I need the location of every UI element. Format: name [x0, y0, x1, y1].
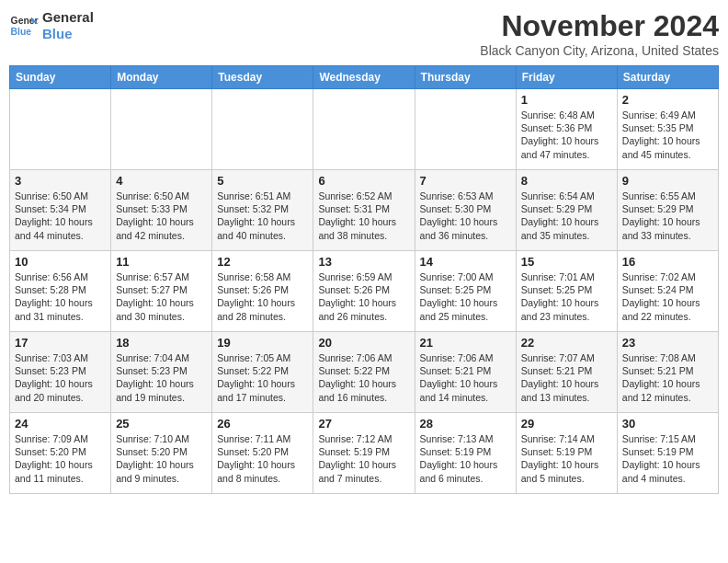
day-info: Sunrise: 7:05 AM Sunset: 5:22 PM Dayligh…	[217, 351, 308, 404]
day-info: Sunrise: 7:06 AM Sunset: 5:22 PM Dayligh…	[318, 351, 409, 404]
calendar-cell: 28Sunrise: 7:13 AM Sunset: 5:19 PM Dayli…	[415, 413, 516, 494]
calendar-week-row: 3Sunrise: 6:50 AM Sunset: 5:34 PM Daylig…	[10, 170, 719, 251]
day-info: Sunrise: 7:10 AM Sunset: 5:20 PM Dayligh…	[116, 432, 207, 485]
day-info: Sunrise: 7:01 AM Sunset: 5:25 PM Dayligh…	[521, 270, 612, 323]
calendar-cell	[212, 89, 313, 170]
day-info: Sunrise: 7:03 AM Sunset: 5:23 PM Dayligh…	[15, 351, 106, 404]
calendar-cell: 30Sunrise: 7:15 AM Sunset: 5:19 PM Dayli…	[617, 413, 718, 494]
day-info: Sunrise: 7:11 AM Sunset: 5:20 PM Dayligh…	[217, 432, 308, 485]
calendar-week-row: 10Sunrise: 6:56 AM Sunset: 5:28 PM Dayli…	[10, 251, 719, 332]
day-number: 15	[521, 255, 612, 269]
day-info: Sunrise: 7:12 AM Sunset: 5:19 PM Dayligh…	[318, 432, 409, 485]
day-number: 28	[420, 417, 511, 431]
day-info: Sunrise: 7:09 AM Sunset: 5:20 PM Dayligh…	[15, 432, 106, 485]
calendar-header-cell: Saturday	[617, 66, 718, 89]
day-info: Sunrise: 6:54 AM Sunset: 5:29 PM Dayligh…	[521, 190, 612, 242]
day-info: Sunrise: 7:02 AM Sunset: 5:24 PM Dayligh…	[622, 270, 713, 323]
day-number: 26	[217, 417, 308, 431]
calendar-cell: 11Sunrise: 6:57 AM Sunset: 5:27 PM Dayli…	[111, 251, 212, 332]
calendar-header-cell: Thursday	[415, 66, 516, 89]
calendar-cell: 24Sunrise: 7:09 AM Sunset: 5:20 PM Dayli…	[10, 413, 111, 494]
day-number: 22	[521, 336, 612, 350]
svg-text:Blue: Blue	[11, 27, 32, 37]
day-number: 5	[217, 174, 308, 188]
logo-line2: Blue	[42, 26, 94, 42]
day-number: 25	[116, 417, 207, 431]
calendar-header-cell: Wednesday	[313, 66, 415, 89]
day-number: 23	[622, 336, 713, 350]
day-number: 11	[116, 255, 207, 269]
day-info: Sunrise: 6:58 AM Sunset: 5:26 PM Dayligh…	[217, 270, 308, 323]
calendar-cell: 20Sunrise: 7:06 AM Sunset: 5:22 PM Dayli…	[313, 332, 415, 413]
day-number: 27	[318, 417, 409, 431]
day-number: 12	[217, 255, 308, 269]
day-info: Sunrise: 7:04 AM Sunset: 5:23 PM Dayligh…	[116, 351, 207, 404]
calendar-week-row: 1Sunrise: 6:48 AM Sunset: 5:36 PM Daylig…	[10, 89, 719, 170]
calendar-cell	[10, 89, 111, 170]
day-info: Sunrise: 7:00 AM Sunset: 5:25 PM Dayligh…	[420, 270, 511, 323]
calendar-cell: 16Sunrise: 7:02 AM Sunset: 5:24 PM Dayli…	[617, 251, 718, 332]
calendar-week-row: 17Sunrise: 7:03 AM Sunset: 5:23 PM Dayli…	[10, 332, 719, 413]
page-header: General Blue General Blue November 2024 …	[9, 9, 719, 58]
calendar: SundayMondayTuesdayWednesdayThursdayFrid…	[9, 65, 719, 494]
day-number: 3	[15, 174, 106, 188]
calendar-cell	[415, 89, 516, 170]
calendar-cell: 18Sunrise: 7:04 AM Sunset: 5:23 PM Dayli…	[111, 332, 212, 413]
calendar-header-cell: Monday	[111, 66, 212, 89]
title-block: November 2024 Black Canyon City, Arizona…	[480, 9, 719, 58]
day-info: Sunrise: 7:14 AM Sunset: 5:19 PM Dayligh…	[521, 432, 612, 485]
day-number: 7	[420, 174, 511, 188]
calendar-cell: 22Sunrise: 7:07 AM Sunset: 5:21 PM Dayli…	[516, 332, 617, 413]
calendar-week-row: 24Sunrise: 7:09 AM Sunset: 5:20 PM Dayli…	[10, 413, 719, 494]
day-info: Sunrise: 7:06 AM Sunset: 5:21 PM Dayligh…	[420, 351, 511, 404]
day-info: Sunrise: 6:49 AM Sunset: 5:35 PM Dayligh…	[622, 109, 713, 161]
calendar-header-cell: Friday	[516, 66, 617, 89]
day-number: 20	[318, 336, 409, 350]
calendar-cell: 4Sunrise: 6:50 AM Sunset: 5:33 PM Daylig…	[111, 170, 212, 251]
calendar-cell: 15Sunrise: 7:01 AM Sunset: 5:25 PM Dayli…	[516, 251, 617, 332]
day-info: Sunrise: 7:07 AM Sunset: 5:21 PM Dayligh…	[521, 351, 612, 404]
calendar-header-row: SundayMondayTuesdayWednesdayThursdayFrid…	[10, 66, 719, 89]
month-title: November 2024	[480, 9, 719, 43]
day-info: Sunrise: 7:15 AM Sunset: 5:19 PM Dayligh…	[622, 432, 713, 485]
day-info: Sunrise: 6:50 AM Sunset: 5:33 PM Dayligh…	[116, 190, 207, 242]
location: Black Canyon City, Arizona, United State…	[480, 43, 719, 58]
day-number: 29	[521, 417, 612, 431]
calendar-cell: 7Sunrise: 6:53 AM Sunset: 5:30 PM Daylig…	[415, 170, 516, 251]
calendar-cell: 27Sunrise: 7:12 AM Sunset: 5:19 PM Dayli…	[313, 413, 415, 494]
calendar-cell: 25Sunrise: 7:10 AM Sunset: 5:20 PM Dayli…	[111, 413, 212, 494]
day-info: Sunrise: 6:59 AM Sunset: 5:26 PM Dayligh…	[318, 270, 409, 323]
day-number: 18	[116, 336, 207, 350]
calendar-cell: 3Sunrise: 6:50 AM Sunset: 5:34 PM Daylig…	[10, 170, 111, 251]
calendar-cell: 6Sunrise: 6:52 AM Sunset: 5:31 PM Daylig…	[313, 170, 415, 251]
day-number: 10	[15, 255, 106, 269]
calendar-header-cell: Sunday	[10, 66, 111, 89]
calendar-cell: 26Sunrise: 7:11 AM Sunset: 5:20 PM Dayli…	[212, 413, 313, 494]
calendar-cell: 5Sunrise: 6:51 AM Sunset: 5:32 PM Daylig…	[212, 170, 313, 251]
calendar-cell: 1Sunrise: 6:48 AM Sunset: 5:36 PM Daylig…	[516, 89, 617, 170]
calendar-cell: 19Sunrise: 7:05 AM Sunset: 5:22 PM Dayli…	[212, 332, 313, 413]
day-number: 13	[318, 255, 409, 269]
day-info: Sunrise: 6:55 AM Sunset: 5:29 PM Dayligh…	[622, 190, 713, 242]
calendar-cell: 13Sunrise: 6:59 AM Sunset: 5:26 PM Dayli…	[313, 251, 415, 332]
calendar-cell: 21Sunrise: 7:06 AM Sunset: 5:21 PM Dayli…	[415, 332, 516, 413]
calendar-cell: 23Sunrise: 7:08 AM Sunset: 5:21 PM Dayli…	[617, 332, 718, 413]
day-number: 19	[217, 336, 308, 350]
day-number: 6	[318, 174, 409, 188]
day-number: 2	[622, 93, 713, 107]
day-info: Sunrise: 6:51 AM Sunset: 5:32 PM Dayligh…	[217, 190, 308, 242]
day-info: Sunrise: 7:08 AM Sunset: 5:21 PM Dayligh…	[622, 351, 713, 404]
day-info: Sunrise: 6:50 AM Sunset: 5:34 PM Dayligh…	[15, 190, 106, 242]
calendar-cell: 29Sunrise: 7:14 AM Sunset: 5:19 PM Dayli…	[516, 413, 617, 494]
day-number: 1	[521, 93, 612, 107]
calendar-header-cell: Tuesday	[212, 66, 313, 89]
calendar-cell: 17Sunrise: 7:03 AM Sunset: 5:23 PM Dayli…	[10, 332, 111, 413]
calendar-cell: 9Sunrise: 6:55 AM Sunset: 5:29 PM Daylig…	[617, 170, 718, 251]
day-number: 17	[15, 336, 106, 350]
calendar-cell	[111, 89, 212, 170]
calendar-cell: 14Sunrise: 7:00 AM Sunset: 5:25 PM Dayli…	[415, 251, 516, 332]
calendar-cell: 8Sunrise: 6:54 AM Sunset: 5:29 PM Daylig…	[516, 170, 617, 251]
day-info: Sunrise: 7:13 AM Sunset: 5:19 PM Dayligh…	[420, 432, 511, 485]
calendar-cell: 12Sunrise: 6:58 AM Sunset: 5:26 PM Dayli…	[212, 251, 313, 332]
calendar-body: 1Sunrise: 6:48 AM Sunset: 5:36 PM Daylig…	[10, 89, 719, 494]
